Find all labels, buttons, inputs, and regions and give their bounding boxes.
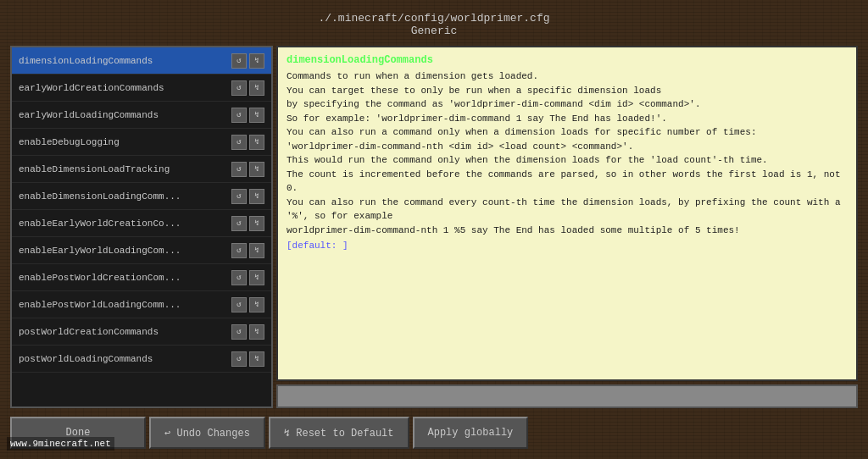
key-icons-earlyWorldCreationCommands: ↺↯	[231, 80, 264, 96]
key-reset-icon-enableDebugLogging[interactable]: ↺	[231, 135, 247, 150]
key-reset-icon-enablePostWorldLoadingComm[interactable]: ↺	[231, 297, 247, 312]
key-copy-icon-enableDimensionLoadingComm[interactable]: ↯	[249, 189, 264, 204]
key-label-postWorldCreationCommands: postWorldCreationCommands	[19, 327, 228, 337]
desc-body: Commands to run when a dimension gets lo…	[287, 69, 848, 237]
key-row-enableDebugLogging[interactable]: enableDebugLogging↺↯	[12, 129, 271, 156]
key-label-earlyWorldLoadingCommands: earlyWorldLoadingCommands	[19, 110, 228, 120]
key-row-dimensionLoadingCommands[interactable]: dimensionLoadingCommands↺↯	[12, 47, 271, 75]
value-input[interactable]	[278, 386, 856, 406]
key-icons-postWorldCreationCommands: ↺↯	[231, 324, 264, 340]
keys-panel: dimensionLoadingCommands↺↯earlyWorldCrea…	[10, 46, 273, 408]
description-tooltip: dimensionLoadingCommands Commands to run…	[276, 46, 858, 381]
key-reset-icon-postWorldCreationCommands[interactable]: ↺	[231, 324, 247, 340]
key-label-earlyWorldCreationCommands: earlyWorldCreationCommands	[19, 83, 228, 93]
key-row-enableEarlyWorldLoadingCom[interactable]: enableEarlyWorldLoadingCom...↺↯	[12, 237, 271, 264]
key-icons-enablePostWorldLoadingComm: ↺↯	[231, 297, 264, 312]
desc-default: [default: ]	[287, 241, 848, 251]
key-copy-icon-enableDebugLogging[interactable]: ↯	[249, 135, 264, 150]
apply-globally-button[interactable]: Apply globally	[413, 417, 529, 449]
key-reset-icon-dimensionLoadingCommands[interactable]: ↺	[231, 53, 247, 69]
key-copy-icon-postWorldLoadingCommands[interactable]: ↯	[249, 351, 264, 367]
content-area: dimensionLoadingCommands↺↯earlyWorldCrea…	[10, 46, 858, 408]
key-icons-postWorldLoadingCommands: ↺↯	[231, 351, 264, 367]
key-row-postWorldCreationCommands[interactable]: postWorldCreationCommands↺↯	[12, 318, 271, 346]
key-copy-icon-enableEarlyWorldLoadingCom[interactable]: ↯	[249, 243, 264, 258]
key-row-earlyWorldLoadingCommands[interactable]: earlyWorldLoadingCommands↺↯	[12, 102, 271, 129]
key-reset-icon-enableEarlyWorldLoadingCom[interactable]: ↺	[231, 243, 247, 258]
key-row-postWorldLoadingCommands[interactable]: postWorldLoadingCommands↺↯	[12, 346, 271, 373]
key-copy-icon-enablePostWorldCreationCom[interactable]: ↯	[249, 270, 264, 285]
key-label-enableEarlyWorldLoadingCom: enableEarlyWorldLoadingCom...	[19, 246, 228, 256]
reset-button[interactable]: ↯ Reset to Default	[269, 417, 409, 449]
key-reset-icon-enableDimensionLoadTracking[interactable]: ↺	[231, 162, 247, 177]
key-label-enableDebugLogging: enableDebugLogging	[19, 137, 228, 147]
key-reset-icon-enableDimensionLoadingComm[interactable]: ↺	[231, 189, 247, 204]
key-label-enablePostWorldLoadingComm: enablePostWorldLoadingComm...	[19, 300, 228, 310]
key-label-enableEarlyWorldCreationCo: enableEarlyWorldCreationCo...	[19, 218, 228, 229]
desc-title: dimensionLoadingCommands	[287, 54, 848, 66]
description-panel: dimensionLoadingCommands Commands to run…	[276, 46, 858, 408]
key-icons-enableEarlyWorldCreationCo: ↺↯	[231, 216, 264, 231]
undo-button[interactable]: ↩ Undo Changes	[149, 417, 265, 449]
key-icons-earlyWorldLoadingCommands: ↺↯	[231, 108, 264, 123]
key-copy-icon-postWorldCreationCommands[interactable]: ↯	[249, 324, 264, 340]
config-section: Generic	[10, 25, 858, 37]
key-reset-icon-postWorldLoadingCommands[interactable]: ↺	[231, 351, 247, 367]
key-row-enableEarlyWorldCreationCo[interactable]: enableEarlyWorldCreationCo...↺↯	[12, 210, 271, 237]
key-reset-icon-earlyWorldLoadingCommands[interactable]: ↺	[231, 108, 247, 123]
key-icons-enableEarlyWorldLoadingCom: ↺↯	[231, 243, 264, 258]
key-reset-icon-enablePostWorldCreationCom[interactable]: ↺	[231, 270, 247, 285]
watermark: www.9minecraft.net	[7, 437, 114, 451]
key-label-enablePostWorldCreationCom: enablePostWorldCreationCom...	[19, 273, 228, 283]
value-input-area[interactable]	[276, 384, 858, 408]
key-row-enableDimensionLoadingComm[interactable]: enableDimensionLoadingComm...↺↯	[12, 183, 271, 210]
key-icons-dimensionLoadingCommands: ↺↯	[231, 53, 264, 69]
key-reset-icon-enableEarlyWorldCreationCo[interactable]: ↺	[231, 216, 247, 231]
header: ./.minecraft/config/worldprimer.cfg Gene…	[10, 7, 858, 41]
key-copy-icon-enableDimensionLoadTracking[interactable]: ↯	[249, 162, 264, 177]
key-row-enableDimensionLoadTracking[interactable]: enableDimensionLoadTracking↺↯	[12, 156, 271, 183]
key-reset-icon-earlyWorldCreationCommands[interactable]: ↺	[231, 80, 247, 96]
key-label-enableDimensionLoadTracking: enableDimensionLoadTracking	[19, 164, 228, 174]
key-icons-enableDimensionLoadingComm: ↺↯	[231, 189, 264, 204]
key-row-earlyWorldCreationCommands[interactable]: earlyWorldCreationCommands↺↯	[12, 75, 271, 102]
key-copy-icon-earlyWorldLoadingCommands[interactable]: ↯	[249, 108, 264, 123]
key-label-dimensionLoadingCommands: dimensionLoadingCommands	[19, 56, 228, 66]
key-row-enablePostWorldCreationCom[interactable]: enablePostWorldCreationCom...↺↯	[12, 264, 271, 291]
key-label-postWorldLoadingCommands: postWorldLoadingCommands	[19, 354, 228, 364]
key-copy-icon-enablePostWorldLoadingComm[interactable]: ↯	[249, 297, 264, 312]
key-label-enableDimensionLoadingComm: enableDimensionLoadingComm...	[19, 191, 228, 202]
key-copy-icon-earlyWorldCreationCommands[interactable]: ↯	[249, 80, 264, 96]
key-icons-enableDebugLogging: ↺↯	[231, 135, 264, 150]
key-icons-enablePostWorldCreationCom: ↺↯	[231, 270, 264, 285]
config-path: ./.minecraft/config/worldprimer.cfg	[10, 12, 858, 25]
key-icons-enableDimensionLoadTracking: ↺↯	[231, 162, 264, 177]
key-copy-icon-dimensionLoadingCommands[interactable]: ↯	[249, 53, 264, 69]
key-copy-icon-enableEarlyWorldCreationCo[interactable]: ↯	[249, 216, 264, 231]
key-row-enablePostWorldLoadingComm[interactable]: enablePostWorldLoadingComm...↺↯	[12, 291, 271, 318]
footer: Done ↩ Undo Changes ↯ Reset to Default A…	[10, 413, 858, 452]
